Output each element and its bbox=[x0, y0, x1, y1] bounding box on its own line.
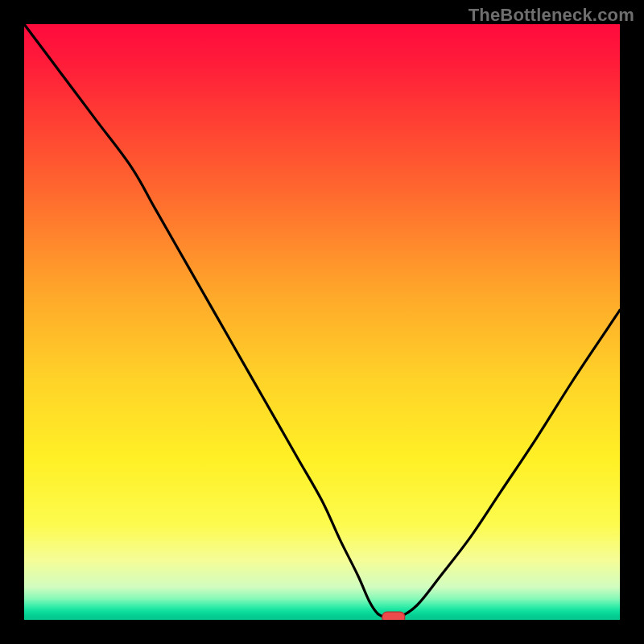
bottleneck-curve bbox=[24, 24, 620, 618]
curve-layer bbox=[24, 24, 620, 620]
optimum-marker bbox=[382, 612, 405, 620]
plot-area bbox=[24, 24, 620, 620]
chart-frame: TheBottleneck.com bbox=[0, 0, 644, 644]
watermark-text: TheBottleneck.com bbox=[469, 5, 634, 26]
